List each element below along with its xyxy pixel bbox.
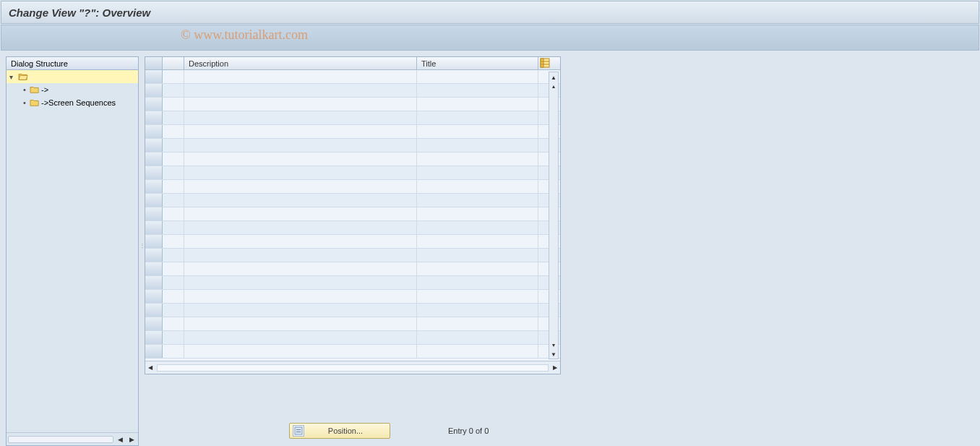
column-header-title[interactable]: Title: [417, 57, 538, 69]
table-row[interactable]: [145, 235, 560, 249]
table-row[interactable]: [145, 194, 560, 207]
folder-icon: [30, 98, 40, 107]
column-header-blank[interactable]: [163, 57, 184, 69]
tree-node-screen-sequences[interactable]: • ->Screen Sequences: [7, 96, 138, 109]
svg-rect-1: [541, 59, 543, 67]
scroll-track[interactable]: [8, 436, 113, 443]
collapse-icon[interactable]: ▾: [9, 73, 17, 81]
table-row[interactable]: [145, 166, 560, 180]
entry-count-label: Entry 0 of 0: [448, 426, 489, 435]
table-row[interactable]: [145, 207, 560, 221]
table-row[interactable]: [145, 249, 560, 262]
table-row[interactable]: [145, 139, 560, 153]
table-row[interactable]: [145, 70, 560, 84]
table-row[interactable]: [145, 276, 560, 290]
table-footer: Position... Entry 0 of 0: [145, 422, 561, 439]
scroll-left-icon[interactable]: ◀: [145, 363, 155, 373]
tree-node-child[interactable]: • ->: [7, 83, 138, 96]
scroll-step-up-icon[interactable]: ▴: [549, 82, 558, 90]
scroll-left-icon[interactable]: ◀: [115, 434, 125, 445]
table-row[interactable]: [145, 84, 560, 98]
svg-rect-5: [296, 429, 301, 430]
table-row[interactable]: [145, 180, 560, 194]
bullet-icon: •: [21, 85, 28, 94]
tree-h-scrollbar[interactable]: ◀ ▶: [7, 432, 138, 445]
table-row[interactable]: [145, 125, 560, 139]
table-row[interactable]: [145, 221, 560, 235]
scroll-right-icon[interactable]: ▶: [550, 363, 560, 373]
title-bar: Change View "?": Overview: [1, 1, 979, 24]
position-icon: [293, 425, 304, 437]
svg-rect-6: [296, 432, 301, 432]
tree-body: ▾ • -> • ->Screen Sequences: [7, 70, 138, 432]
scroll-up-icon[interactable]: ▲: [549, 73, 558, 82]
tree-header: Dialog Structure: [7, 57, 138, 70]
scroll-step-down-icon[interactable]: ▾: [549, 340, 558, 349]
dialog-structure-panel: Dialog Structure ▾ • -> •: [6, 56, 139, 446]
table-row[interactable]: [145, 331, 560, 345]
table-body: ▲ ▴ ▾ ▼: [145, 70, 560, 361]
position-button[interactable]: Position...: [289, 423, 390, 439]
svg-rect-4: [295, 427, 302, 434]
tree-node-root[interactable]: ▾: [7, 70, 138, 83]
overview-table: Description Title: [145, 56, 561, 374]
scroll-track[interactable]: [157, 364, 549, 372]
tree-node-label: ->Screen Sequences: [41, 98, 116, 107]
select-all-header[interactable]: [145, 57, 163, 69]
scroll-right-icon[interactable]: ▶: [126, 434, 137, 445]
table-row[interactable]: [145, 111, 560, 125]
application-toolbar: [1, 25, 979, 51]
table-v-scrollbar[interactable]: ▲ ▴ ▾ ▼: [549, 72, 559, 359]
scroll-down-icon[interactable]: ▼: [549, 350, 558, 359]
page-title: Change View "?": Overview: [9, 7, 150, 19]
table-h-scrollbar[interactable]: ◀ ▶: [145, 361, 560, 374]
table-row[interactable]: [145, 345, 560, 359]
column-header-description[interactable]: Description: [184, 57, 417, 69]
table-settings-button[interactable]: [538, 57, 551, 69]
table-row[interactable]: [145, 304, 560, 317]
content-panel: Description Title: [143, 56, 980, 446]
table-row[interactable]: [145, 290, 560, 304]
tree-node-label: ->: [41, 85, 48, 94]
position-label: Position...: [309, 426, 382, 435]
table-row[interactable]: [145, 262, 560, 276]
table-settings-icon: [540, 58, 550, 69]
table-row[interactable]: [145, 317, 560, 331]
table-header-row: Description Title: [145, 57, 560, 70]
bullet-icon: •: [21, 98, 28, 107]
folder-open-icon: [18, 72, 28, 81]
work-area: Dialog Structure ▾ • -> •: [0, 56, 980, 446]
folder-icon: [30, 85, 40, 94]
table-row[interactable]: [145, 98, 560, 111]
table-row[interactable]: [145, 153, 560, 166]
